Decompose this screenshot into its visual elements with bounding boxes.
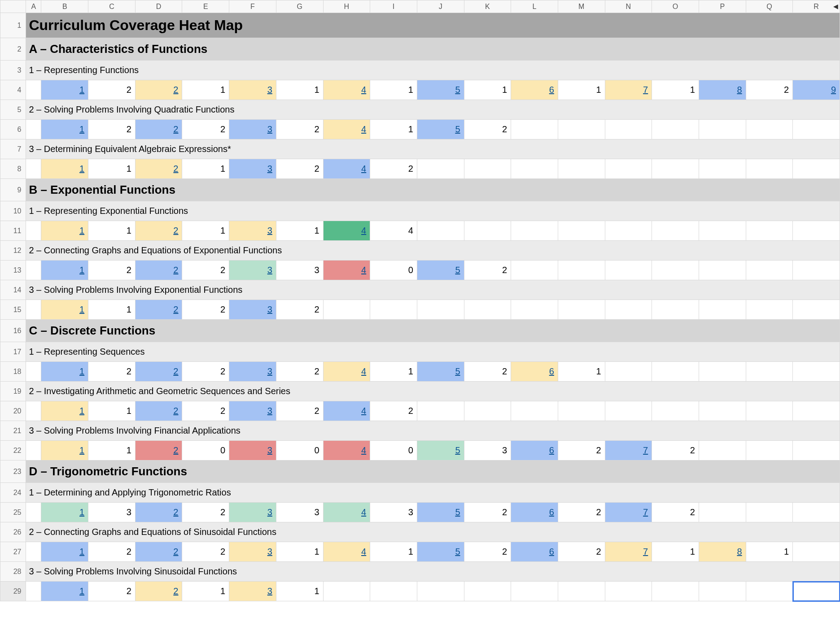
cell-H6[interactable]: 4 — [323, 120, 370, 139]
cell-A11[interactable] — [26, 221, 41, 241]
cell-C20[interactable]: 1 — [88, 401, 136, 421]
cell-B4[interactable]: 1 — [41, 80, 88, 100]
cell-F8[interactable]: 3 — [229, 159, 276, 179]
cell-D11[interactable]: 2 — [135, 221, 182, 241]
row-header-26[interactable]: 26 — [0, 522, 26, 542]
cell-Q20[interactable] — [746, 401, 793, 421]
cell-Q15[interactable] — [746, 300, 793, 320]
cell-F18[interactable]: 3 — [229, 362, 276, 382]
cell-A15[interactable] — [26, 300, 41, 320]
cell-K15[interactable] — [464, 300, 511, 320]
row-header-29[interactable]: 29 — [0, 582, 26, 601]
cell-C25[interactable]: 3 — [88, 503, 136, 522]
row-header-11[interactable]: 11 — [0, 221, 26, 241]
cell-I11[interactable]: 4 — [370, 221, 417, 241]
cell-K22[interactable]: 3 — [464, 441, 511, 461]
cell-N13[interactable] — [605, 261, 652, 280]
cell-R13[interactable] — [793, 261, 840, 280]
cell-M18[interactable]: 1 — [558, 362, 605, 382]
cell-N20[interactable] — [605, 401, 652, 421]
cell-P25[interactable] — [699, 503, 746, 522]
cell-R11[interactable] — [793, 221, 840, 241]
cell-K20[interactable] — [464, 401, 511, 421]
cell-P27[interactable]: 8 — [699, 542, 746, 562]
row-header-18[interactable]: 18 — [0, 362, 26, 382]
cell-H13[interactable]: 4 — [323, 261, 370, 280]
cell-M4[interactable]: 1 — [558, 80, 605, 100]
cell-D8[interactable]: 2 — [135, 159, 182, 179]
row-header-2[interactable]: 2 — [0, 38, 26, 61]
cell-I20[interactable]: 2 — [370, 401, 417, 421]
cell-K6[interactable]: 2 — [464, 120, 511, 139]
cell-J22[interactable]: 5 — [417, 441, 464, 461]
cell-K27[interactable]: 2 — [464, 542, 511, 562]
cell-R4[interactable]: 9 — [793, 80, 840, 100]
cell-L6[interactable] — [511, 120, 558, 139]
cell-L18[interactable]: 6 — [511, 362, 558, 382]
cell-J20[interactable] — [417, 401, 464, 421]
cell-Q8[interactable] — [746, 159, 793, 179]
cell-P13[interactable] — [699, 261, 746, 280]
cell-E13[interactable]: 2 — [182, 261, 229, 280]
cell-M29[interactable] — [558, 582, 605, 601]
row-header-25[interactable]: 25 — [0, 503, 26, 522]
cell-G8[interactable]: 2 — [276, 159, 323, 179]
cell-Q4[interactable]: 2 — [746, 80, 793, 100]
cell-C4[interactable]: 2 — [88, 80, 136, 100]
cell-Q6[interactable] — [746, 120, 793, 139]
corner-cell[interactable] — [0, 0, 26, 13]
cell-G13[interactable]: 3 — [276, 261, 323, 280]
cell-F20[interactable]: 3 — [229, 401, 276, 421]
cell-E25[interactable]: 2 — [182, 503, 229, 522]
cell-L11[interactable] — [511, 221, 558, 241]
cell-B13[interactable]: 1 — [41, 261, 88, 280]
cell-J13[interactable]: 5 — [417, 261, 464, 280]
cell-N11[interactable] — [605, 221, 652, 241]
cell-N22[interactable]: 7 — [605, 441, 652, 461]
row-header-9[interactable]: 9 — [0, 179, 26, 201]
cell-E8[interactable]: 1 — [182, 159, 229, 179]
cell-O18[interactable] — [652, 362, 699, 382]
cell-I8[interactable]: 2 — [370, 159, 417, 179]
cell-P11[interactable] — [699, 221, 746, 241]
cell-N6[interactable] — [605, 120, 652, 139]
cell-A8[interactable] — [26, 159, 41, 179]
row-header-16[interactable]: 16 — [0, 320, 26, 342]
cell-N4[interactable]: 7 — [605, 80, 652, 100]
row-header-6[interactable]: 6 — [0, 120, 26, 139]
cell-B11[interactable]: 1 — [41, 221, 88, 241]
cell-H22[interactable]: 4 — [323, 441, 370, 461]
col-header-F[interactable]: F — [229, 0, 276, 13]
cell-E20[interactable]: 2 — [182, 401, 229, 421]
cell-N8[interactable] — [605, 159, 652, 179]
cell-P29[interactable] — [699, 582, 746, 601]
cell-P18[interactable] — [699, 362, 746, 382]
cell-N18[interactable] — [605, 362, 652, 382]
cell-G29[interactable]: 1 — [276, 582, 323, 601]
cell-F15[interactable]: 3 — [229, 300, 276, 320]
cell-F25[interactable]: 3 — [229, 503, 276, 522]
cell-P20[interactable] — [699, 401, 746, 421]
cell-N29[interactable] — [605, 582, 652, 601]
row-header-13[interactable]: 13 — [0, 261, 26, 280]
row-header-24[interactable]: 24 — [0, 483, 26, 503]
col-header-O[interactable]: O — [652, 0, 699, 13]
cell-L4[interactable]: 6 — [511, 80, 558, 100]
col-header-I[interactable]: I — [370, 0, 417, 13]
col-header-Q[interactable]: Q — [746, 0, 793, 13]
cell-N25[interactable]: 7 — [605, 503, 652, 522]
cell-E6[interactable]: 2 — [182, 120, 229, 139]
cell-J4[interactable]: 5 — [417, 80, 464, 100]
cell-A18[interactable] — [26, 362, 41, 382]
cell-H27[interactable]: 4 — [323, 542, 370, 562]
cell-L22[interactable]: 6 — [511, 441, 558, 461]
cell-F11[interactable]: 3 — [229, 221, 276, 241]
row-header-19[interactable]: 19 — [0, 382, 26, 401]
cell-B15[interactable]: 1 — [41, 300, 88, 320]
cell-B29[interactable]: 1 — [41, 582, 88, 601]
cell-P22[interactable] — [699, 441, 746, 461]
cell-Q25[interactable] — [746, 503, 793, 522]
cell-O20[interactable] — [652, 401, 699, 421]
col-header-D[interactable]: D — [135, 0, 182, 13]
cell-J18[interactable]: 5 — [417, 362, 464, 382]
